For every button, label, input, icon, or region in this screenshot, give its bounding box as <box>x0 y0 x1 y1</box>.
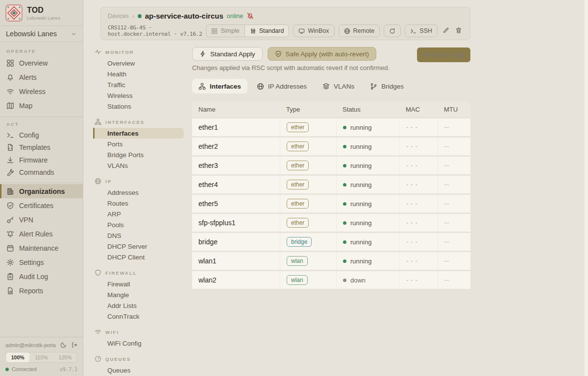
status-dot <box>343 279 346 282</box>
table-column-header: Status <box>336 106 399 113</box>
subnav-item[interactable]: Addresses <box>93 187 184 198</box>
table-row[interactable]: ether2 ether running - - - -- <box>192 138 470 155</box>
subnav-item[interactable]: Wireless <box>93 90 184 101</box>
device-action-button[interactable]: Remote <box>339 24 380 37</box>
sidebar-item[interactable]: Config <box>0 129 83 141</box>
globe-icon <box>257 83 264 90</box>
sidebar-item[interactable]: Overview <box>0 56 83 70</box>
device-action-button[interactable]: WinBox <box>293 24 334 37</box>
content-tab[interactable]: IP Addresses <box>250 79 313 94</box>
ui-zoom-option[interactable]: 100% <box>6 352 29 362</box>
sidebar-item[interactable]: Settings <box>0 255 83 269</box>
map-icon <box>6 102 14 110</box>
subnav-item[interactable]: ARP <box>93 209 184 219</box>
sidebar-item[interactable]: Audit Log <box>0 269 83 283</box>
device-action-button[interactable] <box>384 24 401 37</box>
sidebar-item[interactable]: Firmware <box>0 154 83 166</box>
cell-type: ether <box>280 118 336 136</box>
sliders-icon <box>250 28 256 34</box>
subnav-item[interactable]: Overview <box>93 58 184 69</box>
view-mode-option[interactable]: Simple <box>206 25 244 37</box>
breadcrumb[interactable]: Devices <box>108 13 129 20</box>
user-email: admin@mikrotik-portal.dev <box>5 342 56 348</box>
delete-device-button[interactable] <box>454 26 463 36</box>
table-row[interactable]: sfp-sfpplus1 ether running - - - -- <box>192 214 470 232</box>
sidebar-item-label: Firmware <box>19 156 48 164</box>
ui-zoom-option[interactable]: 125% <box>53 352 77 362</box>
subnav-item[interactable]: Firewall <box>93 279 184 289</box>
content-tab[interactable]: Interfaces <box>192 79 247 94</box>
subnav-item[interactable]: Routes <box>93 198 184 209</box>
subnav-item[interactable]: Health <box>93 69 184 79</box>
scrollbar-track[interactable] <box>585 0 588 376</box>
subnav-item[interactable]: DHCP Client <box>93 252 184 262</box>
subnav-item[interactable]: Addr Lists <box>93 300 184 311</box>
subnav-item[interactable]: Mangle <box>93 289 184 300</box>
cell-mtu: -- <box>438 214 470 232</box>
table-row[interactable]: ether4 ether running - - - -- <box>192 176 470 193</box>
cell-name: ether5 <box>192 195 280 212</box>
calendar-icon <box>6 244 14 252</box>
clipboard-icon <box>6 273 14 281</box>
device-action-button[interactable]: SSH <box>405 24 438 37</box>
subnav-item[interactable]: WiFi Config <box>93 338 184 349</box>
table-row[interactable]: wlan1 wlan running - - - -- <box>192 252 470 270</box>
subnav-item[interactable]: Pools <box>93 219 184 230</box>
subnav-group-header: INTERFACES <box>93 117 184 128</box>
subnav-item[interactable]: Bridge Ports <box>93 149 184 160</box>
table-row[interactable]: wlan2 wlan down - - - -- <box>192 271 470 289</box>
content-tab[interactable]: VLANs <box>316 79 361 94</box>
dark-mode-toggle-icon[interactable] <box>60 342 67 348</box>
standard-apply-button[interactable]: Standard Apply <box>192 47 263 61</box>
sidebar-item[interactable]: Templates <box>0 141 83 154</box>
sidebar-item[interactable]: Maintenance <box>0 241 83 255</box>
table-row[interactable]: ether3 ether running - - - -- <box>192 157 470 174</box>
org-selector[interactable]: Lebowski Lanes <box>0 26 83 42</box>
sidebar-nav: OPERATE Overview Alerts <box>0 42 83 301</box>
sidebar-item[interactable]: VPN <box>0 212 83 227</box>
safe-apply-button[interactable]: Safe Apply (with auto-revert) <box>268 47 376 61</box>
status-dot <box>343 202 346 206</box>
table-row[interactable]: bridge bridge running - - - -- <box>192 233 470 251</box>
table-row[interactable]: ether5 ether running - - - -- <box>192 195 470 212</box>
sidebar-item-label: Overview <box>19 59 48 67</box>
subnav-item[interactable]: DHCP Server <box>93 241 184 252</box>
table-row[interactable]: ether1 ether running - - - -- <box>192 118 470 136</box>
view-mode-option[interactable]: Standard <box>245 25 289 37</box>
sidebar-item[interactable]: Organizations <box>0 184 83 198</box>
review-apply-button[interactable]: Review & Apply <box>417 47 470 62</box>
monitor-icon <box>298 28 305 34</box>
sidebar-item[interactable]: Alert Rules <box>0 227 83 241</box>
subnav-item[interactable]: Ports <box>93 139 184 149</box>
apply-note: Changes applied via RSC script with auto… <box>192 64 390 71</box>
sidebar-item[interactable]: Map <box>0 98 83 113</box>
sidebar-item[interactable]: Alerts <box>0 70 83 84</box>
subnav-item[interactable]: ConnTrack <box>93 311 184 322</box>
subnav-group: WIFI WiFi Config <box>93 327 184 349</box>
subnav-item[interactable]: Interfaces <box>93 128 184 139</box>
sidebar-section-label: ACT <box>0 118 83 129</box>
type-badge: ether <box>287 122 309 132</box>
status-dot <box>343 259 346 263</box>
logout-icon[interactable] <box>71 342 77 348</box>
sidebar-item[interactable]: Wireless <box>0 84 83 98</box>
cell-mtu: -- <box>438 118 470 136</box>
bell-off-icon[interactable] <box>246 12 254 20</box>
sidebar-item[interactable]: Certificates <box>0 198 83 212</box>
gauge-icon <box>95 355 101 362</box>
sidebar-item[interactable]: Reports <box>0 283 83 298</box>
subnav-item[interactable]: VLANs <box>93 160 184 171</box>
edit-device-button[interactable] <box>441 26 450 36</box>
globe-icon <box>344 28 350 34</box>
subnav-item[interactable]: Traffic <box>93 79 184 90</box>
subnav-item[interactable]: Stations <box>93 101 184 112</box>
sidebar-item[interactable]: Commands <box>0 166 83 179</box>
type-badge: ether <box>287 218 309 228</box>
content-tab[interactable]: Bridges <box>364 79 410 94</box>
cell-mtu: -- <box>438 252 470 270</box>
brand-subtitle: Lebowski Lanes <box>27 15 60 21</box>
subnav-item[interactable]: DNS <box>93 230 184 241</box>
subnav-item[interactable]: Queues <box>93 365 184 376</box>
ui-zoom-option[interactable]: 110% <box>29 352 53 362</box>
report-icon <box>6 287 14 295</box>
